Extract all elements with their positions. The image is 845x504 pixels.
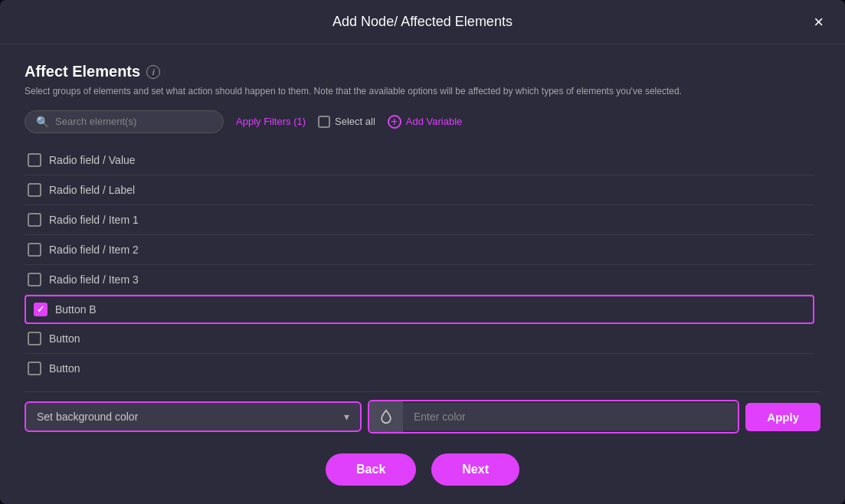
color-picker-group: [368, 400, 739, 434]
add-variable-label: Add Variable: [406, 116, 462, 127]
color-drop-button[interactable]: [369, 401, 403, 432]
select-all-label: Select all: [335, 116, 375, 127]
item-label: Button B: [55, 303, 97, 316]
next-button[interactable]: Next: [431, 453, 519, 486]
list-item[interactable]: Button: [25, 324, 814, 354]
modal-overlay: Add Node/ Affected Elements × Affect Ele…: [0, 0, 845, 504]
back-button[interactable]: Back: [326, 453, 416, 486]
color-drop-icon: [378, 409, 394, 424]
list-item[interactable]: Button B: [25, 295, 814, 324]
item-checkbox[interactable]: [28, 362, 41, 375]
modal-title: Add Node/ Affected Elements: [332, 14, 513, 30]
color-input[interactable]: [403, 403, 738, 430]
list-item[interactable]: Button: [25, 354, 814, 383]
item-checkbox[interactable]: [28, 273, 41, 286]
modal-footer: Back Next: [0, 441, 845, 504]
add-variable-button[interactable]: + Add Variable: [388, 115, 462, 129]
select-all-wrapper[interactable]: Select all: [318, 116, 375, 128]
item-label: Button: [49, 332, 80, 345]
modal-body: Affect Elements i Select groups of eleme…: [0, 44, 845, 441]
dropdown-label: Set background color: [37, 411, 138, 423]
modal-header: Add Node/ Affected Elements ×: [0, 0, 845, 44]
item-checkbox[interactable]: [34, 303, 47, 316]
item-checkbox[interactable]: [28, 332, 41, 345]
list-item[interactable]: Radio field / Item 3: [25, 265, 814, 295]
action-dropdown[interactable]: Set background color ▾: [25, 401, 362, 432]
toolbar: 🔍 Apply Filters (1) Select all + Add Var…: [25, 110, 820, 133]
apply-button[interactable]: Apply: [745, 403, 820, 431]
bottom-action-bar: Set background color ▾ Apply: [25, 391, 820, 441]
dropdown-arrow-icon: ▾: [344, 411, 349, 423]
item-checkbox[interactable]: [28, 183, 41, 197]
item-label: Radio field / Item 2: [49, 244, 139, 256]
item-label: Button: [49, 362, 80, 375]
item-label: Radio field / Label: [49, 184, 135, 196]
elements-list-container: Radio field / ValueRadio field / LabelRa…: [25, 146, 820, 385]
close-button[interactable]: ×: [807, 11, 830, 34]
action-row: Set background color ▾ Apply: [25, 400, 820, 434]
add-variable-icon: +: [388, 115, 401, 129]
search-box[interactable]: 🔍: [25, 110, 224, 133]
section-description: Select groups of elements and set what a…: [25, 85, 820, 98]
section-title: Affect Elements i: [25, 63, 820, 80]
list-item[interactable]: Radio field / Label: [25, 175, 814, 205]
item-checkbox[interactable]: [28, 243, 41, 257]
item-label: Radio field / Item 1: [49, 214, 139, 226]
search-icon: 🔍: [36, 116, 49, 128]
list-item[interactable]: Radio field / Value: [25, 146, 814, 175]
item-checkbox[interactable]: [28, 213, 41, 227]
item-label: Radio field / Value: [49, 154, 136, 166]
apply-filters-button[interactable]: Apply Filters (1): [236, 116, 306, 127]
list-item[interactable]: Radio field / Item 1: [25, 205, 814, 235]
modal-dialog: Add Node/ Affected Elements × Affect Ele…: [0, 0, 845, 504]
section-heading: Affect Elements: [25, 63, 140, 80]
list-item[interactable]: Radio field / Item 2: [25, 235, 814, 265]
item-label: Radio field / Item 3: [49, 273, 139, 286]
search-input[interactable]: [55, 116, 212, 127]
elements-list: Radio field / ValueRadio field / LabelRa…: [25, 146, 820, 385]
item-checkbox[interactable]: [28, 153, 41, 167]
select-all-checkbox[interactable]: [318, 116, 330, 128]
info-icon: i: [146, 65, 160, 79]
